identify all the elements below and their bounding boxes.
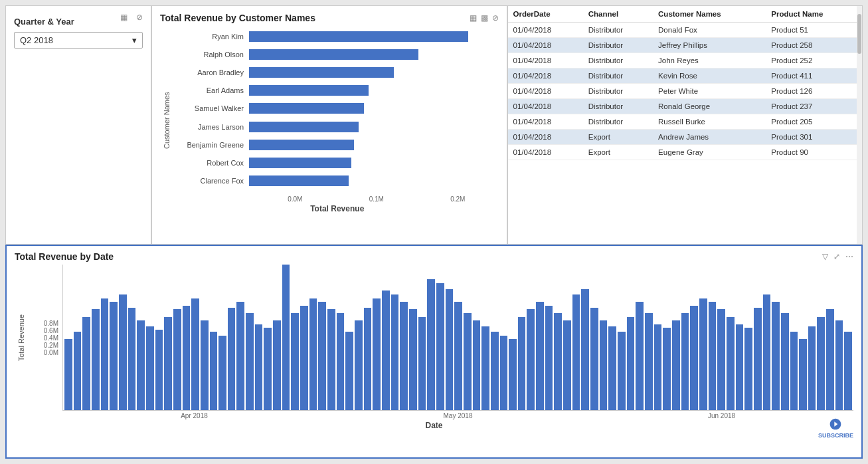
bottom-bar xyxy=(446,289,454,411)
line-chart-filter-icon[interactable]: ▽ xyxy=(822,252,828,261)
bar-fill xyxy=(249,158,351,168)
bottom-bar xyxy=(572,294,580,410)
table-row[interactable]: 01/04/2018DistributorPeter WhiteProduct … xyxy=(508,84,863,99)
line-chart-header: Total Revenue by Date ▽ ⤢ ⋯ xyxy=(15,251,853,262)
table-cell: Distributor xyxy=(583,68,653,84)
x-tick-0: 0.0M xyxy=(254,195,336,203)
bottom-bar xyxy=(337,313,345,410)
bar-track[interactable] xyxy=(249,175,499,186)
line-chart-expand-icon[interactable]: ⤢ xyxy=(833,252,840,261)
table-cell: Product 237 xyxy=(766,99,862,114)
bottom-bar xyxy=(817,317,825,410)
bottom-bar xyxy=(744,328,752,410)
chevron-down-icon: ▾ xyxy=(132,35,137,45)
bar-fill xyxy=(249,140,354,150)
dashboard: ▦ ⊘ Quarter & Year Q2 2018 ▾ Total Reven… xyxy=(0,0,868,464)
subscribe-icon xyxy=(829,417,842,431)
bottom-x-axis: Apr 2018 May 2018 Jun 2018 xyxy=(15,412,853,419)
table-row[interactable]: 01/04/2018DistributorRussell BurkeProduc… xyxy=(508,114,863,130)
table-row[interactable]: 01/04/2018DistributorDonald FoxProduct 5… xyxy=(508,23,863,38)
bottom-bar xyxy=(645,313,653,410)
bar-track[interactable] xyxy=(249,158,499,168)
bottom-bar xyxy=(409,309,417,410)
bottom-bar xyxy=(554,313,562,410)
bar-label: Ryan Kim xyxy=(176,33,249,41)
bottom-bar xyxy=(355,320,363,410)
bottom-bar xyxy=(618,332,626,410)
bar-track[interactable] xyxy=(249,49,499,60)
filter-value: Q2 2018 xyxy=(20,35,53,45)
table-row[interactable]: 01/04/2018DistributorJeffrey PhillipsPro… xyxy=(508,38,863,53)
bar-track[interactable] xyxy=(249,67,499,78)
bottom-bar xyxy=(236,302,244,410)
bar-track[interactable] xyxy=(249,122,499,132)
bottom-bar xyxy=(183,306,191,410)
filter-no-icon[interactable]: ⊘ xyxy=(133,11,145,23)
bottom-bar xyxy=(600,320,608,410)
bar-fill xyxy=(249,31,468,42)
filter-panel: ▦ ⊘ Quarter & Year Q2 2018 ▾ xyxy=(5,5,151,245)
bar-chart-icon1[interactable]: ▦ xyxy=(470,13,477,23)
y-tick-1: 0.6M xyxy=(44,327,58,334)
table-cell: Export xyxy=(583,130,653,145)
bar-track[interactable] xyxy=(249,140,499,150)
bottom-bar xyxy=(808,326,816,410)
table-cell: Product 51 xyxy=(766,23,862,38)
filter-bar-icon[interactable]: ▦ xyxy=(118,11,130,23)
bottom-bar xyxy=(164,317,172,410)
y-tick-3: 0.2M xyxy=(44,342,58,349)
bar-row: Aaron Bradley xyxy=(176,65,499,80)
table-row[interactable]: 01/04/2018ExportAndrew JamesProduct 301 xyxy=(508,130,863,145)
bar-track[interactable] xyxy=(249,31,499,42)
table-cell: 01/04/2018 xyxy=(508,38,583,53)
table-scroll[interactable]: OrderDate Channel Customer Names Product… xyxy=(508,6,863,232)
bottom-bar xyxy=(191,298,199,410)
table-cell: Product 258 xyxy=(766,38,862,53)
line-chart-more-icon[interactable]: ⋯ xyxy=(845,252,853,261)
table-cell: Distributor xyxy=(583,84,653,99)
bar-chart-title: Total Revenue by Customer Names xyxy=(160,13,315,23)
bar-fill xyxy=(249,122,359,132)
bottom-x-label: Date xyxy=(15,421,853,430)
bottom-bar xyxy=(799,339,807,410)
bottom-bars-container xyxy=(62,265,853,411)
bottom-bar xyxy=(763,294,771,410)
bar-chart-no-icon[interactable]: ⊘ xyxy=(492,13,499,23)
x-tick-1: 0.1M xyxy=(336,195,418,203)
bottom-bar xyxy=(736,324,744,410)
bottom-bar xyxy=(545,306,553,410)
bar-chart-icon2[interactable]: ▩ xyxy=(481,13,488,23)
table-cell: 01/04/2018 xyxy=(508,23,583,38)
bottom-bar xyxy=(563,320,571,410)
table-cell: Distributor xyxy=(583,38,653,53)
filter-dropdown[interactable]: Q2 2018 ▾ xyxy=(14,32,143,49)
table-row[interactable]: 01/04/2018DistributorRonald GeorgeProduc… xyxy=(508,99,863,114)
table-cell: 01/04/2018 xyxy=(508,53,583,68)
bottom-bar xyxy=(826,309,834,410)
table-panel: ▦ ⊘ OrderDate Channel Customer Names Pro… xyxy=(507,5,863,245)
subscribe-button[interactable]: SUBSCRIBE xyxy=(818,417,853,439)
bar-track[interactable] xyxy=(249,85,499,96)
table-row[interactable]: 01/04/2018DistributorKevin RoseProduct 4… xyxy=(508,68,863,84)
bottom-bar xyxy=(699,298,707,410)
table-row[interactable]: 01/04/2018ExportEugene GrayProduct 90 xyxy=(508,145,863,160)
table-cell: 01/04/2018 xyxy=(508,114,583,130)
bar-row: James Larson xyxy=(176,120,499,134)
bottom-bar xyxy=(527,309,535,410)
bottom-x-tick-2: Jun 2018 xyxy=(590,412,853,419)
table-header-row: OrderDate Channel Customer Names Product… xyxy=(508,6,863,23)
bar-label: Clarence Fox xyxy=(176,177,249,185)
bottom-bar xyxy=(418,317,426,410)
bottom-bar xyxy=(727,317,735,410)
bar-row: Samuel Walker xyxy=(176,101,499,116)
bottom-bar xyxy=(228,308,236,410)
scrollbar[interactable] xyxy=(857,6,862,244)
bottom-bar xyxy=(400,302,408,410)
bottom-chart-area: Total Revenue 0.8M 0.6M 0.4M 0.2M 0.0M xyxy=(15,265,853,411)
bottom-bar xyxy=(473,320,481,410)
scrollbar-thumb xyxy=(857,14,861,54)
table-row[interactable]: 01/04/2018DistributorJohn ReyesProduct 2… xyxy=(508,53,863,68)
bar-label: Earl Adams xyxy=(176,86,249,94)
bar-track[interactable] xyxy=(249,103,499,114)
bottom-bar xyxy=(201,320,209,410)
